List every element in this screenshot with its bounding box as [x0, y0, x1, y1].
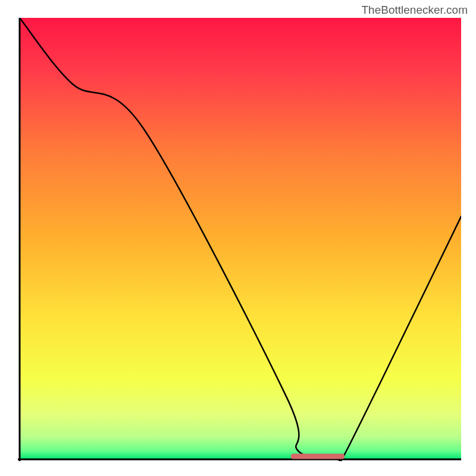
watermark-label: TheBottlenecker.com — [362, 4, 468, 17]
bottleneck-chart — [18, 18, 461, 461]
chart-container — [18, 18, 461, 461]
chart-background — [20, 18, 461, 459]
